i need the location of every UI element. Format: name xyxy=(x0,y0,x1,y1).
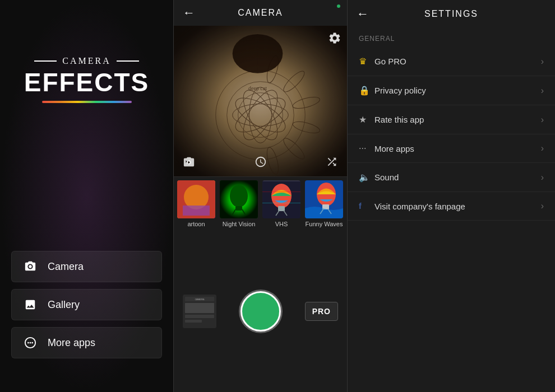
settings-item-sound[interactable]: 🔈 Sound › xyxy=(348,163,555,192)
logo-area: CAMERA EFFECTS xyxy=(24,56,150,103)
svg-rect-49 xyxy=(185,303,214,313)
effect-label-cartoon: artoon xyxy=(187,221,205,227)
more-apps-icon xyxy=(24,337,38,349)
effect-item-cartoon[interactable]: artoon xyxy=(176,180,216,227)
home-menu-label-gallery: Gallery xyxy=(48,299,80,311)
svg-point-30 xyxy=(230,185,248,207)
chevron-right-icon-fanpage: › xyxy=(541,201,544,211)
logo-line-right xyxy=(117,60,139,62)
effect-item-night-vision[interactable]: Night Vision xyxy=(219,180,259,227)
settings-item-privacy-policy[interactable]: 🔒 Privacy policy › xyxy=(348,76,555,105)
svg-text:EFFECTS: EFFECTS xyxy=(196,298,203,301)
camera-icon xyxy=(24,260,38,273)
settings-back-button[interactable]: ← xyxy=(357,7,369,21)
nightvision-svg xyxy=(220,180,258,218)
svg-rect-51 xyxy=(185,320,202,323)
camera-shutter-area: CAMERA EFFECTS PRO xyxy=(174,231,347,392)
logo-rainbow-bar xyxy=(42,101,132,103)
gallery-preview-svg: CAMERA EFFECTS xyxy=(183,295,216,328)
chevron-right-icon-sound: › xyxy=(541,172,544,183)
logo-line-left xyxy=(34,60,57,62)
settings-item-more-apps[interactable]: ··· More apps › xyxy=(348,134,555,163)
svg-point-1 xyxy=(27,342,29,344)
chevron-right-icon-more-apps: › xyxy=(541,143,544,153)
chevron-right-icon-go-pro: › xyxy=(541,57,544,67)
effect-item-funny-waves[interactable]: Funny Waves xyxy=(304,180,344,227)
settings-label-privacy-policy: Privacy policy xyxy=(374,86,541,95)
crown-icon: ♛ xyxy=(359,56,374,67)
gear-icon xyxy=(328,31,341,45)
settings-item-go-pro[interactable]: ♛ Go PRO › xyxy=(348,47,555,76)
logo-camera-row: CAMERA xyxy=(34,56,138,66)
effect-thumbnail-nightvision xyxy=(220,180,258,218)
settings-label-rate-app: Rate this app xyxy=(374,115,541,124)
gallery-icon xyxy=(24,298,38,311)
home-menu: Camera Gallery More apps xyxy=(11,251,162,358)
settings-label-fanpage: Visit company's fanpage xyxy=(374,202,541,211)
svg-rect-39 xyxy=(262,180,300,181)
camera-bottom-icons xyxy=(174,156,347,171)
effect-label-nightvision: Night Vision xyxy=(223,221,256,227)
gallery-mini-preview[interactable]: CAMERA EFFECTS xyxy=(183,295,216,328)
effect-thumbnail-vhs xyxy=(262,180,300,218)
svg-rect-36 xyxy=(278,206,285,211)
home-menu-item-more-apps[interactable]: More apps xyxy=(11,327,162,358)
svg-point-2 xyxy=(30,342,31,344)
svg-point-3 xyxy=(31,342,33,344)
svg-rect-41 xyxy=(262,203,300,203)
camera-header: ← CAMERA xyxy=(174,0,347,26)
logo-camera-text: CAMERA xyxy=(62,56,110,66)
viewfinder-gear-button[interactable] xyxy=(328,31,341,48)
dots-icon: ··· xyxy=(359,143,374,153)
camera-status-dot xyxy=(337,4,340,8)
svg-rect-40 xyxy=(262,192,300,192)
effect-thumbnail-cartoon xyxy=(177,180,215,218)
settings-item-fanpage[interactable]: f Visit company's fanpage › xyxy=(348,192,555,221)
effect-item-vhs[interactable]: VHS xyxy=(261,180,302,227)
effects-strip: artoon xyxy=(174,177,347,231)
viewfinder-content: deep cat xyxy=(174,26,347,176)
home-menu-item-camera[interactable]: Camera xyxy=(11,251,162,282)
settings-label-sound: Sound xyxy=(374,172,541,182)
funnywaves-svg xyxy=(305,180,343,218)
pro-badge-button[interactable]: PRO xyxy=(305,302,338,321)
vhs-svg xyxy=(262,180,300,218)
home-panel: CAMERA EFFECTS Camera Gallery More apps xyxy=(0,0,174,392)
svg-rect-28 xyxy=(183,206,210,216)
effect-thumbnail-funnywaves xyxy=(305,180,343,218)
svg-rect-25 xyxy=(174,26,347,176)
camera-shuffle-icon[interactable] xyxy=(326,156,338,171)
lock-icon: 🔒 xyxy=(359,85,374,96)
home-menu-label-more-apps: More apps xyxy=(48,337,95,349)
camera-back-button[interactable]: ← xyxy=(183,6,195,20)
camera-panel: ← CAMERA xyxy=(174,0,348,392)
svg-rect-31 xyxy=(235,206,242,211)
facebook-icon: f xyxy=(359,202,374,211)
settings-item-rate-app[interactable]: ★ Rate this app › xyxy=(348,105,555,134)
logo-effects-text: EFFECTS xyxy=(24,67,150,97)
shutter-button[interactable] xyxy=(240,291,281,332)
camera-timer-icon[interactable] xyxy=(255,156,267,171)
home-menu-label-camera: Camera xyxy=(48,261,84,273)
star-icon: ★ xyxy=(359,114,374,125)
settings-label-go-pro: Go PRO xyxy=(374,57,541,66)
settings-section-general: GENERAL xyxy=(348,28,555,47)
nightvision-inner xyxy=(220,180,258,218)
settings-header: ← SETTINGS xyxy=(348,0,555,28)
chevron-right-icon-privacy: › xyxy=(541,86,544,96)
sound-icon: 🔈 xyxy=(359,172,374,183)
svg-rect-50 xyxy=(185,315,214,318)
settings-label-more-apps: More apps xyxy=(374,144,541,153)
effect-label-funnywaves: Funny Waves xyxy=(306,221,343,227)
camera-viewfinder: deep cat xyxy=(174,26,347,177)
settings-title: SETTINGS xyxy=(424,9,478,19)
cartoon-thumbnail-svg xyxy=(177,180,215,218)
settings-panel: ← SETTINGS GENERAL ♛ Go PRO › 🔒 Privacy … xyxy=(348,0,555,392)
home-menu-item-gallery[interactable]: Gallery xyxy=(11,289,162,320)
camera-title: CAMERA xyxy=(238,8,283,18)
chevron-right-icon-rate: › xyxy=(541,115,544,125)
camera-switch-icon[interactable] xyxy=(183,156,195,171)
effect-label-vhs: VHS xyxy=(275,221,288,227)
